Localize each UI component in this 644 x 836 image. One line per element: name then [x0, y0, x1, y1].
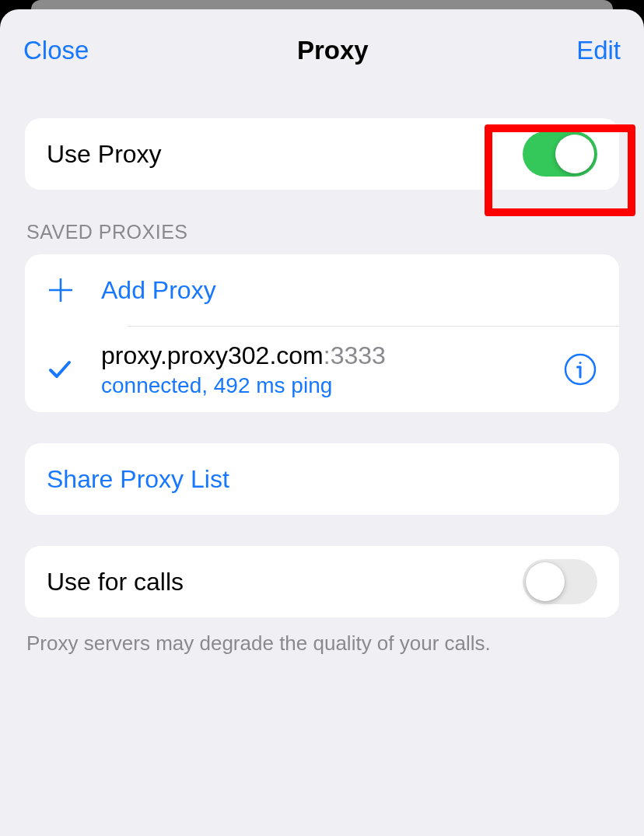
svg-point-3	[579, 362, 582, 364]
use-proxy-label: Use Proxy	[47, 140, 523, 169]
page-title: Proxy	[89, 36, 576, 65]
plus-icon	[47, 276, 101, 304]
share-proxy-list-label: Share Proxy List	[47, 465, 597, 494]
saved-proxy-address: proxy.proxy302.com:3333	[101, 341, 563, 370]
use-proxy-toggle[interactable]	[523, 131, 597, 177]
saved-proxy-status: connected, 492 ms ping	[101, 373, 563, 398]
use-proxy-section: Use Proxy	[25, 118, 619, 190]
info-icon	[564, 353, 597, 386]
edit-button[interactable]: Edit	[576, 36, 621, 65]
close-button[interactable]: Close	[23, 36, 89, 65]
checkmark-icon	[47, 356, 101, 383]
navbar: Close Proxy Edit	[0, 22, 644, 84]
saved-proxies-header: SAVED PROXIES	[26, 221, 619, 243]
add-proxy-label: Add Proxy	[101, 276, 597, 305]
saved-proxy-port: :3333	[324, 341, 386, 369]
use-for-calls-footer: Proxy servers may degrade the quality of…	[26, 630, 619, 657]
saved-proxy-host: proxy.proxy302.com	[101, 341, 324, 369]
proxy-settings-sheet: Close Proxy Edit Use Proxy SAVED PROXIES	[0, 9, 644, 836]
share-section: Share Proxy List	[25, 443, 619, 515]
use-for-calls-label: Use for calls	[47, 568, 523, 596]
use-proxy-row: Use Proxy	[25, 118, 619, 190]
use-for-calls-row: Use for calls	[25, 546, 619, 617]
use-for-calls-section: Use for calls Proxy servers may degrade …	[25, 546, 619, 657]
saved-proxy-item[interactable]: proxy.proxy302.com:3333 connected, 492 m…	[25, 327, 619, 412]
add-proxy-row[interactable]: Add Proxy	[25, 254, 619, 326]
proxy-info-button[interactable]	[563, 352, 597, 387]
use-for-calls-toggle[interactable]	[523, 559, 597, 604]
saved-proxies-section: SAVED PROXIES Add Proxy	[25, 221, 619, 412]
saved-proxy-body: proxy.proxy302.com:3333 connected, 492 m…	[101, 341, 563, 398]
share-proxy-list-row[interactable]: Share Proxy List	[25, 443, 619, 515]
